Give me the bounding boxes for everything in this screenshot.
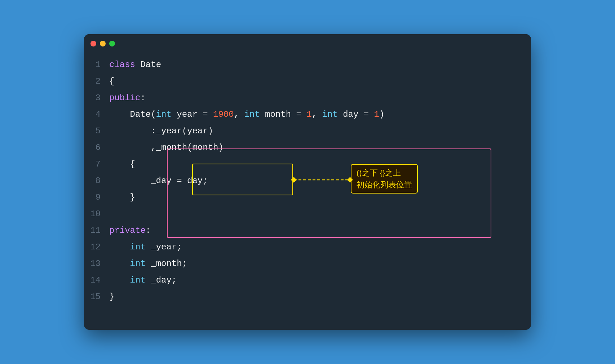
code-text — [109, 106, 130, 123]
code-text: : — [146, 222, 151, 239]
code-line-9: 9 } — [84, 189, 531, 206]
value-1b: 1 — [374, 106, 379, 123]
code-line-1: 1 class Date — [84, 57, 531, 73]
line-content: int _month; — [109, 256, 187, 272]
keyword-int: int — [130, 272, 146, 289]
code-line-5: 5 :_year(year) — [84, 123, 531, 139]
code-line-7: 7 { — [84, 156, 531, 173]
code-editor-window: 1 class Date 2 { 3 public : 4 — [84, 34, 531, 330]
code-line-3: 3 public : — [84, 90, 531, 106]
code-text: : — [140, 90, 145, 106]
code-line-8: 8 _day = day; — [84, 173, 531, 189]
keyword-int: int — [322, 106, 338, 123]
code-text: , — [312, 106, 322, 123]
value-1: 1 — [306, 106, 311, 123]
code-text: ,_month(month) — [109, 139, 224, 156]
line-content: int _year; — [109, 239, 182, 256]
code-text: ) — [379, 106, 384, 123]
code-text: _year; — [146, 239, 182, 256]
keyword-public: public — [109, 90, 140, 106]
line-content: Date( int year = 1900 , int month = 1 , … — [109, 106, 384, 123]
keyword-int: int — [130, 256, 146, 272]
code-text — [109, 272, 130, 289]
line-number: 7 — [84, 156, 109, 173]
line-content: ,_month(month) — [109, 139, 224, 156]
keyword-int: int — [156, 106, 172, 123]
code-text: _month; — [146, 256, 187, 272]
traffic-lights — [90, 41, 115, 46]
code-line-4: 4 Date( int year = 1900 , int month = 1 … — [84, 106, 531, 123]
code-line-12: 12 int _year; — [84, 239, 531, 256]
code-text: { — [109, 73, 114, 90]
line-content: } — [109, 289, 114, 305]
code-text: :_year(year) — [109, 123, 213, 139]
line-number: 2 — [84, 73, 109, 90]
code-text: year = — [172, 106, 213, 123]
line-content: int _day; — [109, 272, 177, 289]
keyword-int: int — [244, 106, 260, 123]
line-content: } — [109, 189, 135, 206]
line-content: { — [109, 73, 114, 90]
code-line-15: 15 } — [84, 289, 531, 305]
line-content: public : — [109, 90, 146, 106]
line-content: :_year(year) — [109, 123, 213, 139]
code-line-14: 14 int _day; — [84, 272, 531, 289]
code-line-11: 11 private : — [84, 222, 531, 239]
line-number: 6 — [84, 139, 109, 156]
code-line-10: 10 — [84, 206, 531, 222]
line-number: 4 — [84, 106, 109, 123]
line-number: 12 — [84, 239, 109, 256]
code-text: , — [234, 106, 244, 123]
code-line-6: 6 ,_month(month) — [84, 139, 531, 156]
code-area: 1 class Date 2 { 3 public : 4 — [84, 53, 531, 330]
line-content: private : — [109, 222, 151, 239]
code-text: } — [109, 289, 114, 305]
value-1900: 1900 — [213, 106, 234, 123]
line-number: 10 — [84, 206, 109, 222]
line-content: class Date — [109, 57, 161, 73]
minimize-button[interactable] — [100, 41, 106, 46]
code-text: month = — [260, 106, 307, 123]
line-number: 14 — [84, 272, 109, 289]
code-line-2: 2 { — [84, 73, 531, 90]
code-line-13: 13 int _month; — [84, 256, 531, 272]
line-content: { — [109, 156, 135, 173]
line-number: 3 — [84, 90, 109, 106]
code-text: _day; — [146, 272, 177, 289]
titlebar — [84, 34, 531, 53]
line-number: 1 — [84, 57, 109, 73]
keyword-private: private — [109, 222, 146, 239]
code-text: Date — [135, 57, 161, 73]
close-button[interactable] — [90, 41, 96, 46]
code-func: Date( — [130, 106, 156, 123]
line-number: 5 — [84, 123, 109, 139]
line-number: 8 — [84, 173, 109, 189]
keyword-class: class — [109, 57, 135, 73]
line-number: 15 — [84, 289, 109, 305]
line-number: 9 — [84, 189, 109, 206]
line-content: _day = day; — [109, 173, 208, 189]
keyword-int: int — [130, 239, 146, 256]
code-text — [109, 256, 130, 272]
line-number: 11 — [84, 222, 109, 239]
code-text: } — [109, 189, 135, 206]
line-number: 13 — [84, 256, 109, 272]
code-text: day = — [338, 106, 374, 123]
code-text — [109, 239, 130, 256]
code-text: { — [109, 156, 135, 173]
maximize-button[interactable] — [109, 41, 115, 46]
code-text: _day = day; — [109, 173, 208, 189]
